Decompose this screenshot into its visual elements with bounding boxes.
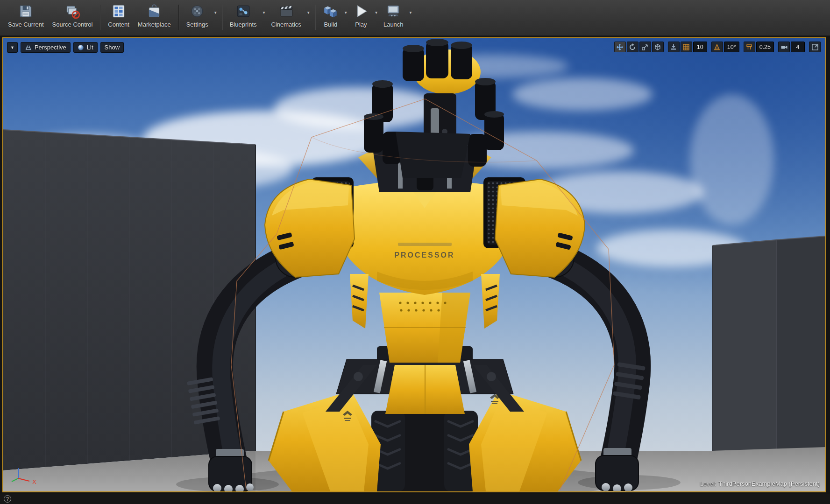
surface-snap-icon — [670, 43, 677, 51]
world-coordinate-icon — [654, 43, 661, 51]
blueprints-label: Blueprints — [230, 21, 257, 28]
translate-tool-icon — [616, 43, 624, 51]
build-label: Build — [324, 21, 337, 28]
active-viewport-frame: PROCESSOR — [2, 37, 826, 492]
build-button[interactable]: Build — [319, 1, 343, 29]
maximize-viewport-button[interactable] — [809, 42, 821, 52]
robot-waist — [379, 293, 470, 363]
viewport-canvas[interactable]: PROCESSOR — [3, 38, 825, 491]
launch-label: Launch — [383, 21, 404, 28]
source-control-icon — [64, 3, 80, 19]
main-toolbar: Save Current Source Control — [0, 0, 830, 36]
launch-button[interactable]: Launch — [379, 1, 408, 29]
settings-button[interactable]: Settings — [182, 1, 213, 29]
build-dropdown-caret-icon[interactable]: ▾ — [343, 1, 349, 23]
toolbar-separator — [315, 5, 315, 30]
blueprints-icon — [235, 3, 251, 19]
right-wall — [713, 236, 825, 453]
scale-snapping-button[interactable] — [744, 42, 755, 52]
content-label: Content — [108, 21, 129, 28]
level-prefix: Level: — [700, 480, 716, 487]
level-label: Level:ThirdPersonExampleMap (Persistent) — [700, 480, 820, 487]
translate-tool-button[interactable] — [614, 42, 626, 52]
grid-snap-value[interactable]: 10 — [693, 42, 707, 52]
grid-snapping-button[interactable] — [681, 42, 692, 52]
cinematics-dropdown-caret-icon[interactable]: ▾ — [305, 1, 312, 23]
settings-dropdown-caret-icon[interactable]: ▾ — [213, 1, 219, 23]
help-icon[interactable]: ? — [4, 495, 11, 503]
viewport-options-caret-icon: ▼ — [10, 45, 14, 50]
play-label: Play — [355, 21, 367, 28]
lit-mode-button[interactable]: Lit — [73, 42, 98, 53]
rotation-snap-icon — [713, 43, 721, 51]
surface-snapping-button[interactable] — [668, 42, 680, 52]
launch-icon — [385, 3, 401, 19]
scale-snap-value[interactable]: 0.25 — [756, 42, 774, 52]
content-button[interactable]: Content — [104, 1, 134, 29]
marketplace-button[interactable]: Marketplace — [134, 1, 175, 29]
play-icon — [353, 3, 369, 19]
chest-text: PROCESSOR — [394, 251, 454, 259]
unreal-editor-window: Save Current Source Control — [0, 0, 830, 504]
view-mode-label: Perspective — [35, 44, 66, 51]
camera-speed-value[interactable]: 4 — [791, 42, 805, 52]
view-mode-perspective-button[interactable]: Perspective — [21, 42, 71, 53]
rotation-snap-value[interactable]: 10° — [724, 42, 739, 52]
scale-snap-icon — [745, 43, 753, 51]
cinematics-icon — [278, 3, 294, 19]
status-strip: ? — [0, 494, 830, 504]
build-icon — [323, 3, 339, 19]
settings-label: Settings — [186, 21, 208, 28]
viewport-topright-controls: 10 10° 0.25 — [614, 42, 821, 52]
play-button[interactable]: Play — [349, 1, 373, 29]
show-flags-button[interactable]: Show — [100, 42, 124, 53]
rotation-snapping-button[interactable] — [711, 42, 723, 52]
play-dropdown-caret-icon[interactable]: ▾ — [373, 1, 379, 23]
marketplace-label: Marketplace — [138, 21, 171, 28]
scene-render: PROCESSOR — [3, 38, 825, 491]
save-current-label: Save Current — [8, 21, 44, 28]
settings-icon — [189, 3, 205, 19]
camera-speed-button[interactable] — [778, 42, 790, 52]
content-browser-icon — [111, 3, 127, 19]
toolbar-separator — [100, 5, 100, 30]
cinematics-button[interactable]: Cinematics — [267, 1, 305, 29]
lit-icon — [78, 44, 84, 51]
level-name: ThirdPersonExampleMap (Persistent) — [718, 480, 820, 487]
save-icon — [18, 3, 34, 19]
camera-speed-icon — [780, 43, 788, 51]
rotate-tool-button[interactable] — [627, 42, 638, 52]
launch-dropdown-caret-icon[interactable]: ▾ — [408, 1, 414, 23]
toolbar-separator — [222, 5, 222, 30]
axis-gizmo: X — [9, 460, 45, 487]
source-control-button[interactable]: Source Control — [48, 1, 97, 29]
toolbar-separator — [178, 5, 179, 30]
perspective-icon — [25, 44, 32, 51]
chest-subtext-decoration — [398, 243, 452, 246]
viewport-options-button[interactable]: ▼ — [7, 42, 18, 53]
lit-label: Lit — [87, 44, 93, 51]
maximize-icon — [811, 43, 819, 51]
scale-tool-icon — [641, 43, 649, 51]
marketplace-icon — [146, 3, 162, 19]
scale-tool-button[interactable] — [639, 42, 651, 52]
save-current-button[interactable]: Save Current — [4, 1, 48, 29]
blueprints-dropdown-caret-icon[interactable]: ▾ — [261, 1, 267, 23]
cinematics-label: Cinematics — [271, 21, 301, 28]
blueprints-button[interactable]: Blueprints — [226, 1, 261, 29]
coordinate-system-button[interactable] — [652, 42, 664, 52]
axis-x-label: X — [32, 478, 36, 485]
show-label: Show — [105, 44, 120, 51]
viewport-topleft-controls: ▼ Perspective Lit — [7, 42, 124, 53]
grid-snap-icon — [682, 43, 690, 51]
rotate-tool-icon — [629, 43, 636, 51]
source-control-label: Source Control — [52, 21, 93, 28]
